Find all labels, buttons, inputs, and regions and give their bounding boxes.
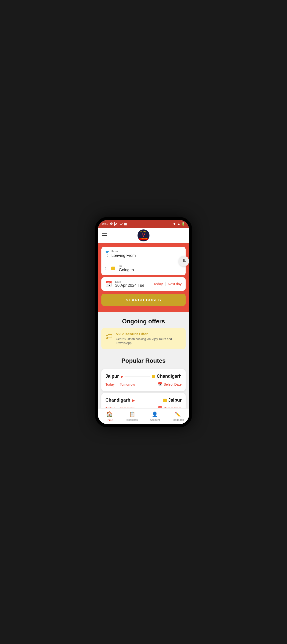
select-date-label-2: Select Date (164, 406, 182, 408)
square-indicator (111, 266, 115, 270)
route-card-2[interactable]: Chandigarh ▶ Jaipur Today | Tomo (102, 393, 186, 408)
route-line-1: ▶ (119, 374, 152, 378)
next-day-btn[interactable]: Next day (168, 282, 182, 286)
swap-button[interactable]: ⇅ (179, 256, 189, 266)
bottom-nav: 🏠 Home 📋 Bookings 👤 Account ✏️ Feedback (98, 408, 189, 424)
hamburger-menu[interactable] (102, 234, 108, 238)
from-label: From (111, 250, 136, 253)
today-btn[interactable]: Today (154, 282, 163, 286)
route-line-2: ▶ (130, 398, 163, 402)
status-left: 9:52 ⚙ A 🛡 ▦ (102, 222, 127, 226)
status-time: 9:52 (102, 222, 108, 226)
to-label: To (119, 264, 134, 267)
route-row-2: Chandigarh ▶ Jaipur (106, 398, 182, 403)
offers-section-title: Ongoing offers (98, 312, 189, 328)
nav-account[interactable]: 👤 Account (144, 411, 166, 421)
tag-icon: 🏷 (106, 332, 112, 340)
nav-bookings-label: Bookings (126, 418, 138, 421)
offer-desc: Get 5% Off on booking via Vijay Tours an… (116, 337, 182, 346)
route-from-1: Jaipur (106, 374, 119, 379)
wifi-icon: ▼ (173, 222, 176, 226)
scroll-content[interactable]: From Leaving From ⇅ (98, 243, 189, 408)
cal-icon-2: 📅 (157, 406, 162, 408)
select-date-label-1: Select Date (164, 382, 182, 386)
route-tomorrow-btn-2[interactable]: Tomorrow (120, 406, 135, 408)
settings-icon: ⚙ (110, 222, 113, 226)
from-value: Leaving From (111, 253, 136, 258)
route-actions-2: Today | Tomorrow 📅 Select Date (106, 406, 182, 408)
to-value: Going to (119, 268, 134, 272)
header: VIJAY V CHIRAWA (98, 228, 189, 243)
logo: VIJAY V CHIRAWA (138, 230, 150, 242)
signal-icon: ▲ (177, 222, 180, 226)
search-section: From Leaving From ⇅ (98, 243, 189, 312)
route-select-date-btn-2[interactable]: 📅 Select Date (157, 406, 182, 408)
route-card-1[interactable]: Jaipur ▶ Chandigarh Today | Tomo (102, 369, 186, 391)
date-actions: Today | Next day (154, 282, 182, 286)
nav-home-label: Home (106, 418, 113, 422)
accessibility-icon: A (114, 222, 118, 226)
battery-icon: 🔋 (181, 222, 185, 226)
offer-card[interactable]: 🏷 5% discount Offer Get 5% Off on bookin… (102, 328, 186, 350)
route-to-1: Chandigarh (157, 374, 182, 379)
security-icon: 🛡 (120, 222, 122, 226)
phone-frame: 9:52 ⚙ A 🛡 ▦ ▼ ▲ 🔋 VIJAY (95, 217, 192, 427)
swap-icon: ⇅ (182, 258, 186, 263)
route-today-btn-2[interactable]: Today (106, 406, 114, 408)
sim-icon: ▦ (124, 222, 127, 226)
nav-feedback-label: Feedback (172, 418, 184, 421)
phone-screen: 9:52 ⚙ A 🛡 ▦ ▼ ▲ 🔋 VIJAY (98, 220, 189, 424)
date-card[interactable]: 📅 Date 30 Apr 2024 Tue Today | Next day (102, 277, 186, 291)
nav-home[interactable]: 🏠 Home (98, 411, 121, 422)
date-value: 30 Apr 2024 Tue (115, 283, 144, 288)
nav-feedback[interactable]: ✏️ Feedback (166, 411, 189, 421)
dest-square-1 (152, 375, 155, 378)
search-buses-button[interactable]: SEARCH BUSES (102, 294, 186, 306)
route-from-2: Chandigarh (106, 398, 130, 403)
main-content: Ongoing offers 🏷 5% discount Offer Get 5… (98, 312, 189, 408)
to-input-card[interactable]: To Going to (102, 261, 186, 275)
dot2 (106, 268, 106, 270)
route-select-date-btn-1[interactable]: 📅 Select Date (157, 382, 182, 387)
offer-title: 5% discount Offer (116, 332, 182, 336)
status-right: ▼ ▲ 🔋 (173, 222, 185, 226)
home-icon: 🏠 (106, 411, 112, 418)
route-arrow-2: ▶ (132, 398, 135, 402)
account-icon: 👤 (152, 411, 158, 417)
bookings-icon: 📋 (129, 411, 135, 417)
date-label: Date (115, 280, 144, 283)
from-input-card[interactable]: From Leaving From (102, 247, 186, 261)
from-to-container: From Leaving From ⇅ (102, 247, 186, 275)
calendar-icon: 📅 (106, 281, 112, 287)
nav-bookings[interactable]: 📋 Bookings (121, 411, 144, 421)
dest-square-2 (163, 398, 167, 402)
route-actions-1: Today | Tomorrow 📅 Select Date (106, 382, 182, 387)
route-tomorrow-btn-1[interactable]: Tomorrow (120, 382, 135, 386)
nav-account-label: Account (150, 418, 160, 421)
dot1 (106, 267, 106, 268)
cal-icon-1: 📅 (157, 382, 162, 387)
route-row-1: Jaipur ▶ Chandigarh (106, 374, 182, 379)
status-bar: 9:52 ⚙ A 🛡 ▦ ▼ ▲ 🔋 (98, 220, 189, 228)
feedback-icon: ✏️ (175, 411, 181, 417)
routes-section-title: Popular Routes (98, 351, 189, 367)
triangle-down-icon (106, 250, 109, 257)
logo-circle: VIJAY V CHIRAWA (138, 230, 150, 242)
route-arrow-1: ▶ (121, 374, 124, 378)
route-today-btn-1[interactable]: Today (106, 382, 114, 386)
date-left: 📅 Date 30 Apr 2024 Tue (106, 280, 144, 288)
route-to-2: Jaipur (168, 398, 182, 403)
